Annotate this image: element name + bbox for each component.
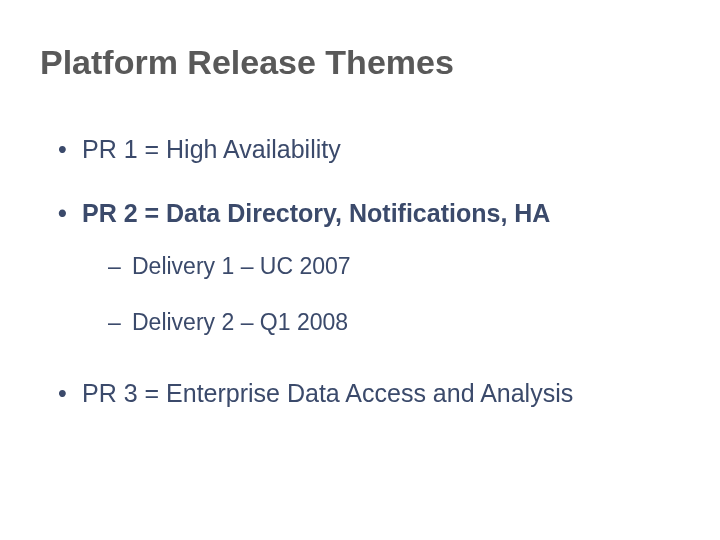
bullet-text: PR 2 = Data Directory, Notifications, HA [82, 199, 550, 227]
slide-title: Platform Release Themes [40, 42, 680, 83]
sub-bullet-text: Delivery 1 – UC 2007 [132, 253, 351, 279]
sub-bullet-delivery1: Delivery 1 – UC 2007 [108, 252, 680, 282]
sub-bullet-list: Delivery 1 – UC 2007 Delivery 2 – Q1 200… [82, 252, 680, 338]
bullet-text: PR 1 = High Availability [82, 135, 341, 163]
bullet-list: PR 1 = High Availability PR 2 = Data Dir… [40, 133, 680, 417]
sub-bullet-text: Delivery 2 – Q1 2008 [132, 309, 348, 335]
sub-bullet-delivery2: Delivery 2 – Q1 2008 [108, 308, 680, 338]
slide: Platform Release Themes PR 1 = High Avai… [0, 0, 720, 540]
bullet-item-pr3: PR 3 = Enterprise Data Access and Analys… [58, 370, 680, 418]
bullet-text: PR 3 = Enterprise Data Access and Analys… [82, 379, 573, 407]
bullet-item-pr1: PR 1 = High Availability [58, 133, 680, 166]
bullet-item-pr2: PR 2 = Data Directory, Notifications, HA… [58, 197, 680, 337]
